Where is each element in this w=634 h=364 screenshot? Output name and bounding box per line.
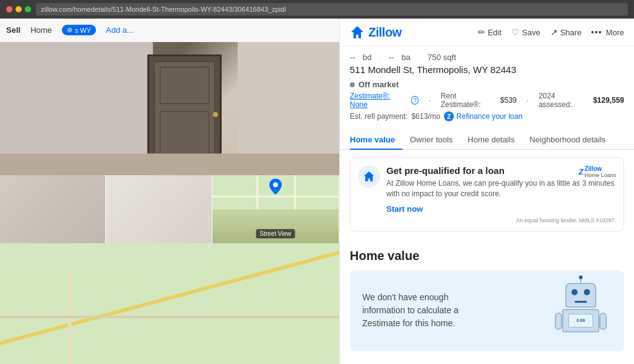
robot-antenna-tip xyxy=(579,275,583,279)
robot-arm-right xyxy=(599,313,607,330)
tab-neighborhood-details[interactable]: Neighborhood details xyxy=(522,130,613,149)
share-text: Share xyxy=(560,28,582,37)
right-panel: Zillow ✏ ✏ Edit ♡ Save ↗ Share xyxy=(339,19,634,364)
zestimate-help[interactable]: ? xyxy=(411,96,419,105)
share-button[interactable]: ↗ Share xyxy=(550,27,582,37)
nav-location[interactable]: ⊕ s WY xyxy=(62,25,96,35)
map-road-h2 xyxy=(0,316,339,318)
url-bar[interactable]: zillow.com/homedetails/511-Mondell-St-Th… xyxy=(36,3,628,15)
prequal-description: At Zillow Home Loans, we can pre-qualify… xyxy=(386,178,616,199)
refinance-link[interactable]: Z Refinance your loan xyxy=(444,111,523,121)
robot-eye-left xyxy=(571,289,578,295)
nav-sell[interactable]: Sell xyxy=(6,25,20,35)
property-address: 511 Mondell St, Thermopolis, WY 82443 xyxy=(350,64,624,75)
robot-eye-right xyxy=(584,289,590,295)
door-knob xyxy=(213,112,218,117)
refinance-icon: Z xyxy=(444,111,454,121)
prequal-header: $ Get pre-qualified for a loan At Zillow… xyxy=(358,165,616,214)
edit-icon: ✏ xyxy=(478,27,485,37)
map-area[interactable] xyxy=(0,243,339,364)
close-button[interactable] xyxy=(6,6,12,12)
zillow-loans-text-group: Zillow Home Loans xyxy=(584,165,616,178)
maximize-button[interactable] xyxy=(25,6,31,12)
door-panel-bottom xyxy=(160,111,209,157)
edit-button[interactable]: ✏ ✏ Edit xyxy=(478,27,502,37)
svg-text:$: $ xyxy=(368,176,370,180)
property-info: -- bd · -- ba · 750 sqft 511 Mondell St,… xyxy=(340,46,634,125)
map-background xyxy=(0,243,339,364)
tab-home-value-label: Home value xyxy=(350,135,395,144)
more-text: More xyxy=(606,28,624,37)
url-text: zillow.com/homedetails/511-Mondell-St-Th… xyxy=(41,6,286,13)
rent-zestimate-label: Rent Zestimate®: xyxy=(441,92,490,109)
share-icon: ↗ xyxy=(550,27,558,37)
window-controls xyxy=(6,6,31,12)
nav-add[interactable]: Add a... xyxy=(106,25,134,35)
tab-owner-tools-label: Owner tools xyxy=(410,135,453,144)
zillow-home-loans-logo: Z Zillow Home Loans xyxy=(579,165,616,178)
thumb-left[interactable] xyxy=(0,175,106,243)
no-zestimate-text: We don't have enough information to calc… xyxy=(362,291,486,330)
separator2: · xyxy=(418,53,420,62)
tab-home-value[interactable]: Home value xyxy=(350,130,402,149)
tab-owner-tools[interactable]: Owner tools xyxy=(402,130,460,149)
home-value-card: We don't have enough information to calc… xyxy=(350,271,624,351)
beds-value: -- xyxy=(350,53,355,62)
zillow-wordmark: Zillow xyxy=(368,25,402,40)
thumb-map[interactable]: Street View xyxy=(212,175,339,243)
location-icon: ⊕ xyxy=(67,26,72,34)
zillow-loans-z: Z xyxy=(579,168,583,176)
zestimate-link[interactable]: Zestimate®: None xyxy=(350,92,401,109)
top-actions: ✏ ✏ Edit ♡ Save ↗ Share xyxy=(478,27,624,37)
main-photo[interactable] xyxy=(0,42,339,175)
refi-row: Est. refi payment: $613/mo Z Refinance y… xyxy=(350,111,624,121)
location-text: s WY xyxy=(75,27,91,34)
zillow-logo: Zillow xyxy=(350,25,402,40)
tab-home-details[interactable]: Home details xyxy=(460,130,522,149)
more-button[interactable]: More xyxy=(591,28,624,37)
heart-icon: ♡ xyxy=(511,27,519,37)
save-text: Save xyxy=(522,28,541,37)
tab-home-details-label: Home details xyxy=(467,135,515,144)
property-tabs: Home value Owner tools Home details Neig… xyxy=(340,130,634,150)
prequal-start-link[interactable]: Start now xyxy=(386,204,616,214)
svg-point-0 xyxy=(273,182,278,187)
floor-area xyxy=(0,154,339,175)
nav-bar: Sell Home ⊕ s WY Add a... xyxy=(0,19,339,42)
rent-zestimate-value: $539 xyxy=(500,96,517,105)
prequal-house-icon: $ xyxy=(358,165,380,188)
door-panel-top xyxy=(160,67,209,104)
separator3: · xyxy=(428,96,430,105)
more-dots-icon xyxy=(591,31,601,33)
save-button[interactable]: ♡ Save xyxy=(511,27,541,37)
status-dot xyxy=(350,82,355,87)
robot-screen: 0.68 xyxy=(568,314,593,327)
baths-value: -- xyxy=(389,53,394,62)
street-view-label: Street View xyxy=(256,229,295,238)
tab-neighborhood-details-label: Neighborhood details xyxy=(529,135,606,144)
main-layout: Sell Home ⊕ s WY Add a... xyxy=(0,19,634,364)
separator: · xyxy=(379,53,381,62)
thumb-map-inner: Street View xyxy=(212,175,339,243)
map-pin xyxy=(269,178,282,196)
top-bar: Zillow ✏ ✏ Edit ♡ Save ↗ Share xyxy=(340,19,634,46)
refi-amount: $613/mo xyxy=(411,112,440,121)
beds-label: bd xyxy=(363,53,371,62)
robot-head xyxy=(565,283,596,308)
thumbnails: Street View xyxy=(0,175,339,243)
assessed-value: $129,559 xyxy=(593,96,624,105)
status-row: Off market xyxy=(350,80,624,89)
zestimate-row: Zestimate®: None ? · Rent Zestimate®: $5… xyxy=(350,92,624,109)
thumb-middle[interactable] xyxy=(106,175,212,243)
nav-home[interactable]: Home xyxy=(30,25,52,35)
status-text: Off market xyxy=(358,80,399,89)
map-land xyxy=(0,243,339,364)
separator4: · xyxy=(527,96,529,105)
zillow-z-logo xyxy=(350,25,365,40)
door-frame xyxy=(147,54,222,169)
assessed-label: 2024 assessed: xyxy=(539,92,583,109)
robot-arm-left xyxy=(555,313,562,330)
minimize-button[interactable] xyxy=(15,6,22,12)
door-inner xyxy=(154,61,215,162)
refinance-text: Refinance your loan xyxy=(456,112,523,121)
